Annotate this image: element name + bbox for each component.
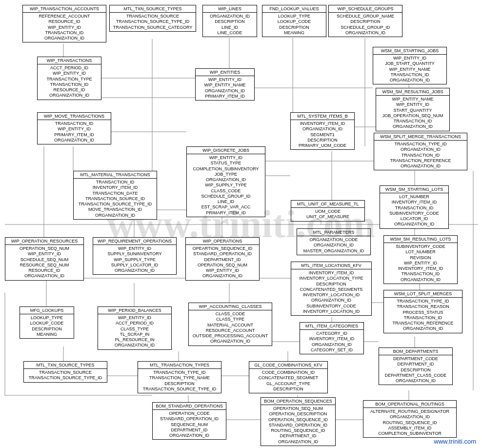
entity-title: FND_LOOKUP_VALUES [262, 5, 326, 13]
entity-columns: TRANSACTION_IDWIP_ENTITY_IDPRIMARY_ITEM_… [38, 120, 111, 144]
entity-column: CONCATENATED_SEGMNET [251, 375, 325, 381]
entity-column: WIP_ENTITY_ID [7, 251, 81, 257]
entity-title: WIP_DISCRETE_JOBS [187, 147, 265, 154]
entity-column: CATEGORY_SET_ID [302, 347, 362, 353]
entity-column: DESCRIPTION [140, 381, 219, 387]
entity-column: WIP_ENTITY_ID [40, 126, 109, 132]
entity-wsm_sm_starting_lots: WSM_SM_STARTING_LOTSLOT_NUMBERINVENTORY_… [380, 185, 449, 229]
entity-title: WSM_SPLIT_MERGE_TRANSACTIONS [374, 133, 467, 141]
entity-column: PRIMARY_ITEM_ID [198, 94, 252, 99]
entity-column: SUPPLY_LOCATOR_ID [95, 263, 174, 268]
entity-column: STANDARD_OPERATION_ID [155, 416, 224, 422]
entity-columns: ACCT_PERIOD_IDWIP_ENTITY_IDTRANSACTION_T… [38, 64, 101, 100]
entity-column: ORGANIZATION_ID [386, 277, 455, 283]
entity-column: TRANSACTION_TYPE_ID [376, 142, 465, 147]
entity-title: WIP_ACCOUNTING_CLASSES [189, 303, 272, 310]
entity-column: CLASS_TYPE [191, 317, 270, 322]
entity-wsm_sm_resulting_lots: WSM_SM_RESULTING_LOTSSUBINVENTORY_CODELO… [383, 235, 458, 284]
entity-column: WIP_ENTITY_ID [189, 155, 263, 161]
entity-column: TL_SCRAP_IN [100, 332, 169, 337]
entity-column: WIP_ENTITY_ID [25, 25, 104, 30]
entity-columns: LOT_NUMBERINVENTORY_ITEM_IDTRANSACTION_I… [380, 193, 448, 228]
entity-columns: TRANSACTION_TYPE_IDORGANIZATION_IDTRANSA… [374, 141, 467, 170]
entity-column: ORGANIZATION_ID [293, 126, 352, 132]
entity-columns: TRANSACTION_SOURCETRANSACTION_SOURCE_TYP… [110, 13, 196, 31]
entity-column: PRIMARY_UOM_CODE [293, 143, 352, 148]
entity-column: WIP_ENTITY_ID [40, 71, 99, 76]
entity-column: TRANSACTION_SOURCE [112, 14, 194, 19]
entity-column: SUBINVENTORY_CODE [386, 244, 455, 249]
entity-columns: CODE_COMBINATION_IDCONCATENATED_SEGMNETG… [249, 369, 327, 393]
entity-columns: WIP_ENTITY_NAMEWIP_ENTITY_IDSTART_QUANTI… [376, 96, 449, 131]
entity-mtl_txn_source_types: MTL_TXN_SOURCE_TYPESTRANSACTION_SOURCETR… [23, 361, 107, 383]
entity-column: TRANSACTION_ID [386, 315, 460, 321]
entity-title: GL_CODE_COMBINATIONS_KFV [249, 362, 327, 369]
entity-title: MTL_UNIT_OF_MEASURE_TL [291, 201, 364, 208]
entity-column: SUBINVENTORY_CODE [293, 304, 369, 309]
entity-columns: WIP_ENTITY_IDACCT_PERIOD_IDCLASS_TYPETL_… [98, 314, 171, 349]
entity-mtl_material_transactions: MTL_MATERIAL_TRANSACTIONSTRANSACTION_IDI… [73, 171, 157, 220]
entity-column: SCHEDULE_GROUP_ID [189, 194, 263, 199]
entity-column: LINE_ID [189, 199, 263, 204]
entity-column: REVISION [386, 255, 455, 261]
entity-wsm_sm_starting_jobs: WSM_SM_STARTING_JOBSWIP_ENTITY_IDJOB_STA… [373, 47, 447, 84]
entity-wip_transaction_accounts: WIP_TRANSACTION_ACCOUNTSREFERENCE_ACCOUN… [22, 5, 106, 42]
entity-columns: WIP_ENTITY_IDWIP_ENTITY_NAMEORGANIZATION… [196, 76, 254, 100]
entity-column: UNIT_OF_MEASURE [293, 214, 362, 220]
entity-column: COMPLETION_SUBINVENTOR [365, 431, 454, 436]
entity-column: INVENTORY_ITEM_ID [76, 185, 155, 190]
entity-wip_operation_resources: WIP_OPERATION_RESOURCESOPERATION_SEQ_NUM… [5, 237, 84, 281]
entity-wip_entities: WIP_ENTITIESWIP_ENTITY_IDWIP_ENTITY_NAME… [195, 68, 255, 101]
entity-column: OPERATION_SEQ_NUM [7, 246, 81, 251]
entity-title: WIP_ENTITIES [196, 69, 254, 76]
entity-fnd_lookup_values: FND_LOOKUP_VALUESLOOKUP_TYPELOOKUP_CODED… [262, 5, 326, 37]
entity-column: ORGANIZATION_ID [386, 326, 460, 331]
entity-column: TRANSACTION_SOURCE [26, 370, 105, 375]
entity-column: JOB_OPERATION_SEQ_NUM [378, 113, 447, 119]
entity-column: LOCATOR_ID [382, 216, 446, 222]
entity-column: JOB_TYPE [189, 172, 263, 177]
entity-column: ORGANIZATION_ID [40, 93, 99, 98]
entity-column: LINE_CODE [205, 30, 255, 36]
entity-column: RESOURCE_ID [7, 268, 81, 273]
entity-columns: INVENTORY_ITEM_IDINVENTORY_LOCATION_TYPE… [291, 269, 371, 315]
entity-mtl_unit_of_measure_tl: MTL_UNIT_OF_MEASURE_TLUOM_CODEUNIT_OF_ME… [291, 200, 365, 222]
entity-column: TRANSACTION_ID [376, 153, 465, 158]
entity-wsm_split_merge_transactions: WSM_SPLIT_MERGE_TRANSACTIONSTRANSACTION_… [374, 133, 467, 170]
entity-column: TRANSACTION_SOURCE_TYPE_ID [140, 387, 219, 392]
entity-title: MTL_ITEM_LOCATIONS_KFV [291, 262, 371, 269]
entity-bom_departments: BOM_DEPARTMENTSDEPARTMENT_CODEDEPARTMENT… [379, 347, 453, 385]
entity-column: ORGANIZATION_ID [189, 177, 263, 183]
entity-column: DESCRIPTION [293, 282, 369, 287]
entity-column: TRANSACTION_DATE [76, 191, 155, 196]
entity-mtl_system_items_b: MTL_SYSTEM_ITEMS_BINVENTORY_ITEM_IDORGAN… [290, 112, 355, 150]
entity-columns: OPEARTION_SEQUENCE_IDSTANDARD_OPERATION_… [186, 245, 259, 280]
entity-column: ORGANIZATION_ID [205, 14, 255, 19]
entity-column: MEANING [264, 30, 324, 36]
entity-title: WIP_OPERATIONS [186, 238, 259, 245]
entity-column: WIP_ENTITY_NAME [198, 82, 252, 88]
entity-column: ALTERNATE_ROUTING_DESIGNATOR [365, 409, 454, 414]
entity-title: WSM_LOT_SPLIT_MERGES [384, 290, 462, 298]
entity-column: TRANSACTION_ID [76, 180, 155, 185]
entity-column: WIP_ENTITY_ID [386, 261, 455, 266]
entity-columns: LOOKUP_TYPELOOKUP_CODEDESCRIPTIONMEANING [262, 13, 326, 37]
entity-column: OPERATION_SEQ_NUM [188, 263, 257, 268]
entity-column: ORGANIZATION_ID [382, 222, 446, 227]
entity-columns: OPERATION_CODESTANDARD_OPERATION_IDSEQUE… [153, 410, 226, 439]
entity-column: ACCT_PERIOD_ID [100, 321, 169, 326]
entity-column: TRANSACTION_ID [375, 72, 444, 78]
entity-column: DEPARTMENT_CODE [381, 356, 450, 362]
entity-column: COMPLETION_SUBINVENTORY [189, 166, 263, 172]
entity-column: ORGANIZATION_ID [302, 342, 362, 347]
entity-column: TRANSACTION_TYPE_ID [386, 299, 460, 304]
entity-column: SCHEDULE_GROUP_NAME [331, 14, 400, 19]
entity-column: ORGANIZATION_ID [293, 298, 369, 303]
entity-wip_accounting_classes: WIP_ACCOUNTING_CLASSESCLASS_CODECLASS_TY… [188, 303, 272, 346]
entity-column: ORGANIZATION_ID [155, 433, 224, 438]
entity-title: WIP_REQUIREMENT_OPERATIONS [93, 238, 176, 245]
entity-columns: TRANSACTION_IDINVENTORY_ITEM_IDTRANSACTI… [74, 179, 157, 219]
entity-title: MTL_TXN_SOURCE_TYPES [110, 5, 196, 13]
entity-column: CATEGORY_ID [302, 331, 362, 336]
entity-column: WIP_ENTITY_ID [95, 246, 174, 251]
